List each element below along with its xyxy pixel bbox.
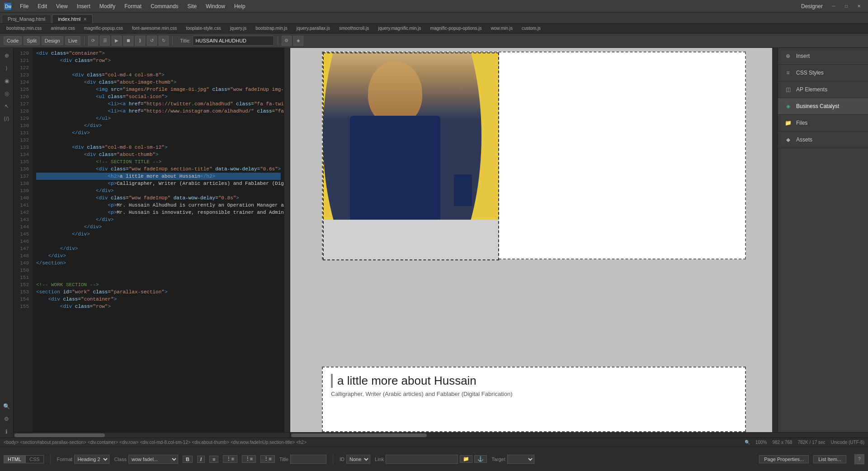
sidebar-search-icon[interactable]: 🔍 (1, 400, 13, 412)
script-tab-4[interactable]: tooplate-style.css (181, 25, 225, 32)
line-numbers: 120 121 122 123 124 125 126 127 128 129 … (14, 48, 33, 432)
menu-help[interactable]: Help (230, 2, 250, 10)
sidebar-info-icon[interactable]: ℹ (1, 426, 13, 438)
sidebar-select-icon[interactable]: ↖ (1, 100, 13, 112)
sidebar-color-icon[interactable]: ◉ (1, 75, 13, 87)
script-tab-8[interactable]: smoothscroll.js (335, 25, 373, 32)
tab-index-html[interactable]: index.html ✕ (52, 14, 93, 23)
menu-edit[interactable]: Edit (33, 2, 52, 10)
right-panel-css-label: CSS Styles (796, 70, 824, 76)
italic-btn[interactable]: I (197, 456, 205, 463)
toolbar-sep-2 (172, 36, 173, 45)
bc-icon: ◈ (783, 102, 793, 111)
title-input[interactable] (193, 36, 274, 46)
icon-btn-4[interactable]: ⏹ (123, 36, 133, 46)
script-tab-5[interactable]: jquery.js (226, 25, 251, 32)
class-select[interactable]: wow fadel... (128, 455, 178, 464)
list-btn-1[interactable]: ≡ (209, 456, 218, 463)
code-editor[interactable]: 120 121 122 123 124 125 126 127 128 129 … (14, 48, 290, 432)
tab-proj-manag[interactable]: Proj_Manag.html (2, 14, 51, 23)
icon-btn-9[interactable]: ◈ (293, 36, 303, 46)
list-item-btn[interactable]: List Item... (813, 455, 846, 463)
right-panel-item-insert[interactable]: ⊕ Insert (778, 48, 868, 65)
icon-btn-3[interactable]: ▶ (112, 36, 122, 46)
menu-commands[interactable]: Commands (146, 2, 183, 10)
format-label: Format (57, 457, 73, 462)
split-btn[interactable]: Split (24, 36, 39, 45)
minimize-btn[interactable]: ─ (828, 2, 839, 10)
icon-btn-8[interactable]: ⚙ (282, 36, 292, 46)
bold-btn[interactable]: B (183, 456, 193, 463)
menu-format[interactable]: Format (120, 2, 146, 10)
script-tab-2[interactable]: magnific-popup.css (80, 25, 127, 32)
list-btn-4[interactable]: ⋮≡ (260, 455, 274, 463)
menu-modify[interactable]: Modify (95, 2, 120, 10)
code-btn[interactable]: Code (4, 36, 22, 45)
format-group: Format Heading 2 Heading 1 Heading 3 Par… (57, 455, 110, 464)
zoom-icon[interactable]: 🔍 (745, 440, 750, 445)
design-btn[interactable]: Design (42, 36, 63, 45)
class-label: Class (114, 457, 127, 462)
tab-bar: Proj_Manag.html index.html ✕ (0, 13, 868, 24)
right-panel-item-files[interactable]: 📁 Files (778, 115, 868, 132)
id-select[interactable]: None (346, 455, 370, 464)
code-scrollbar[interactable] (284, 48, 290, 432)
tab-close-icon[interactable]: ✕ (83, 17, 87, 22)
preview-horiz-scroll[interactable] (290, 432, 868, 438)
icon-btn-1[interactable]: ⟳ (88, 36, 98, 46)
sidebar-eye-icon[interactable]: ◎ (1, 88, 13, 99)
target-select[interactable] (507, 455, 534, 464)
sidebar-tag-icon[interactable]: ⟨/⟩ (1, 113, 13, 125)
menu-view[interactable]: View (52, 2, 72, 10)
menu-insert[interactable]: Insert (72, 2, 95, 10)
list-btn-3[interactable]: ⋮≡ (242, 455, 256, 463)
format-select[interactable]: Heading 2 Heading 1 Heading 3 Paragraph (74, 455, 109, 464)
link-browse-btn[interactable]: 📁 (460, 455, 472, 463)
title-prop-label: Title (279, 457, 288, 462)
help-icon[interactable]: ? (854, 454, 864, 464)
right-panel-item-ap[interactable]: ◫ AP Elements (778, 81, 868, 98)
icon-btn-7[interactable]: ↻ (159, 36, 169, 46)
link-anchor-btn[interactable]: ⚓ (474, 455, 487, 463)
preview-subheading: Calligrapher, Writer (Arabic articles) a… (331, 391, 737, 397)
properties-panel: HTML CSS Format Heading 2 Heading 1 Head… (0, 447, 868, 471)
icon-btn-5[interactable]: ⟫ (135, 36, 145, 46)
link-input[interactable] (386, 455, 458, 464)
svg-text:Dw: Dw (5, 4, 11, 9)
script-tab-1[interactable]: animate.css (46, 25, 79, 32)
link-label: Link (375, 457, 384, 462)
list-btn-2[interactable]: ⋮≡ (223, 455, 237, 463)
script-tab-3[interactable]: font-awesome.min.css (127, 25, 181, 32)
script-tab-10[interactable]: magnific-popup-options.js (426, 25, 486, 32)
right-panel-item-assets[interactable]: ◆ Assets (778, 132, 868, 148)
code-editor-panel: 120 121 122 123 124 125 126 127 128 129 … (14, 48, 290, 438)
icon-btn-6[interactable]: ↺ (147, 36, 157, 46)
menu-window[interactable]: Window (201, 2, 230, 10)
right-panel-item-bc[interactable]: ◈ Business Catalyst (778, 98, 868, 115)
code-content[interactable]: <div class="container"> <div class="row"… (33, 48, 284, 432)
code-horiz-scroll[interactable] (14, 432, 290, 438)
script-tab-12[interactable]: custom.js (517, 25, 545, 32)
menu-file[interactable]: File (15, 2, 33, 10)
script-tab-9[interactable]: jquery.magnific.min.js (373, 25, 425, 32)
page-props-btn[interactable]: Page Properties... (759, 455, 809, 463)
script-tab-7[interactable]: jquery.parallax.js (292, 25, 335, 32)
sidebar-insert-icon[interactable]: ⊕ (1, 50, 13, 61)
html-toggle-btn[interactable]: HTML (4, 455, 25, 463)
right-panel-item-css[interactable]: ≡ CSS Styles (778, 65, 868, 81)
maximize-btn[interactable]: □ (841, 2, 852, 10)
sidebar-gear-icon[interactable]: ⚙ (1, 413, 13, 425)
script-tab-6[interactable]: bootstrap.min.js (251, 25, 292, 32)
live-btn[interactable]: Live (65, 36, 80, 45)
right-side-panel: ⊕ Insert ≡ CSS Styles ◫ AP Elements ◈ Bu… (778, 48, 868, 432)
preview-vert-scroll[interactable] (772, 48, 778, 432)
icon-btn-2[interactable]: ☰ (100, 36, 110, 46)
toolbar-sep-1 (84, 36, 85, 45)
css-toggle-btn[interactable]: CSS (25, 455, 44, 463)
script-tab-11[interactable]: wow.min.js (486, 25, 517, 32)
sidebar-expand-icon[interactable]: ⟩ (1, 62, 13, 74)
close-btn[interactable]: ✕ (854, 2, 864, 10)
script-tab-0[interactable]: bootstrap.min.css (2, 25, 46, 32)
menu-site[interactable]: Site (183, 2, 202, 10)
title-prop-input[interactable] (290, 455, 326, 464)
